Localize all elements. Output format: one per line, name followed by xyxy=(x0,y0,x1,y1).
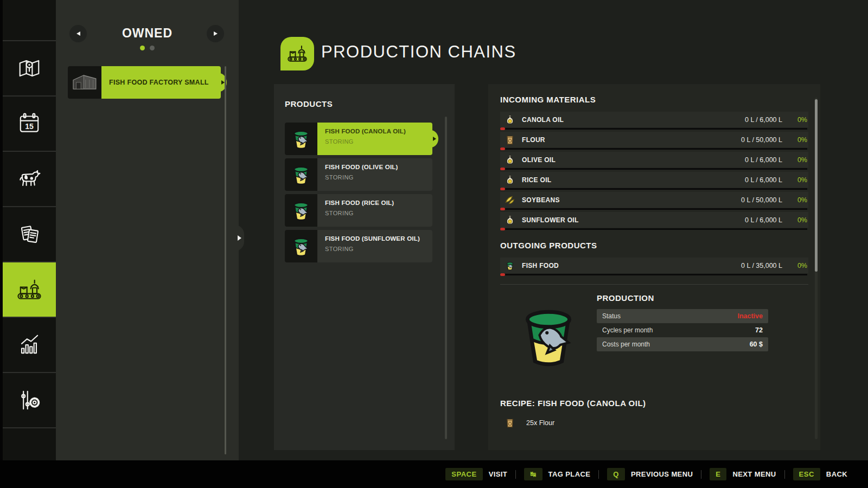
panel-expander-button[interactable] xyxy=(235,225,244,251)
arrow-right-icon xyxy=(238,235,241,241)
product-item[interactable]: FISH FOOD (RICE OIL) STORING xyxy=(285,194,432,227)
product-status: STORING xyxy=(325,174,426,181)
material-label: CANOLA OIL xyxy=(522,116,564,124)
material-progress-marker xyxy=(500,147,505,150)
sidebar-item-production-chains[interactable] xyxy=(3,261,56,317)
material-progress-bar xyxy=(500,228,807,230)
product-list: FISH FOOD (CANOLA OIL) STORING FISH FOOD… xyxy=(285,123,432,262)
hint-separator xyxy=(515,470,516,479)
key-badge: ESC xyxy=(793,468,820,480)
page-dot xyxy=(150,46,155,50)
material-progress-bar xyxy=(500,168,807,170)
material-fill-percent: 0% xyxy=(782,176,807,184)
key-badge: SPACE xyxy=(445,468,482,480)
main-menu-sidebar: 15 xyxy=(0,0,56,469)
material-fill-percent: 0% xyxy=(782,216,807,224)
key-hint[interactable]: E NEXT MENU xyxy=(710,468,776,480)
product-label: FISH FOOD (RICE OIL) xyxy=(325,200,426,206)
product-status: STORING xyxy=(325,246,426,252)
material-row: RICE OIL 0 L / 6,000 L 0% xyxy=(500,172,808,188)
material-row: FLOUR 0 L / 50,000 L 0% xyxy=(500,132,808,147)
owned-factory-item[interactable]: FISH FOOD FACTORY SMALL xyxy=(68,66,221,99)
page-header-icon-badge xyxy=(280,37,314,70)
material-row: SOYBEANS 0 L / 50,000 L 0% xyxy=(500,192,808,208)
calendar-icon: 15 xyxy=(15,109,44,138)
material-fill-percent: 0% xyxy=(782,116,807,124)
key-hint[interactable]: SPACE VISIT xyxy=(445,468,507,480)
material-icon xyxy=(505,215,515,226)
key-hint[interactable]: Q PREVIOUS MENU xyxy=(607,468,693,480)
key-badge: ↹ xyxy=(524,468,542,480)
material-progress-marker xyxy=(500,208,505,210)
hint-separator xyxy=(701,470,701,479)
recipe-item: 25x Flour xyxy=(500,418,808,428)
svg-text:15: 15 xyxy=(25,122,34,131)
material-icon xyxy=(505,260,515,271)
material-label: RICE OIL xyxy=(522,176,551,184)
recipe-title: RECIPE: FISH FOOD (CANOLA OIL) xyxy=(500,399,808,408)
product-label: FISH FOOD (SUNFLOWER OIL) xyxy=(325,235,426,242)
product-status: STORING xyxy=(325,210,426,216)
material-row: SUNFLOWER OIL 0 L / 6,000 L 0% xyxy=(500,212,808,228)
fish-food-bucket-icon xyxy=(285,194,317,227)
material-amount: 0 L / 50,000 L xyxy=(741,196,782,204)
products-scrollbar[interactable] xyxy=(445,117,447,439)
sidebar-item-settings[interactable] xyxy=(3,372,56,427)
material-label: SUNFLOWER OIL xyxy=(522,216,579,224)
material-progress-marker xyxy=(500,188,505,190)
products-title: PRODUCTS xyxy=(285,99,444,108)
material-icon xyxy=(505,134,515,145)
sidebar-item-statistics[interactable] xyxy=(3,317,56,372)
factory-thumbnail xyxy=(68,66,101,99)
section-divider xyxy=(500,284,808,285)
key-hint[interactable]: ESC BACK xyxy=(793,468,847,480)
product-item[interactable]: FISH FOOD (OLIVE OIL) STORING xyxy=(285,158,432,191)
key-hints-bar: SPACE VISIT ↹ TAG PLACE Q PREVIOUS MENU … xyxy=(0,460,868,488)
product-label: FISH FOOD (CANOLA OIL) xyxy=(325,128,426,134)
material-icon xyxy=(505,195,515,206)
product-item[interactable]: FISH FOOD (SUNFLOWER OIL) STORING xyxy=(285,230,432,262)
material-label: OLIVE OIL xyxy=(522,156,556,164)
key-badge: Q xyxy=(607,468,625,480)
production-row-value: Inactive xyxy=(737,312,763,320)
sidebar-item-contracts[interactable] xyxy=(3,206,56,261)
outgoing-products-title: OUTGOING PRODUCTS xyxy=(500,241,808,250)
owned-next-button[interactable] xyxy=(207,25,224,42)
material-progress-marker xyxy=(500,273,505,276)
sidebar-item-calendar[interactable]: 15 xyxy=(3,95,56,151)
key-hint[interactable]: ↹ TAG PLACE xyxy=(524,468,590,480)
production-row-label: Cycles per month xyxy=(602,326,653,334)
material-progress-bar xyxy=(500,128,807,130)
owned-page-dots xyxy=(56,46,239,50)
key-hint-label: BACK xyxy=(826,470,847,478)
selected-arrow-icon xyxy=(431,130,438,147)
sidebar-item-animals[interactable] xyxy=(3,151,56,206)
page-dot xyxy=(140,46,145,50)
production-row-value: 60 $ xyxy=(750,341,763,348)
outgoing-products-list: FISH FOOD 0 L / 35,000 L 0% xyxy=(500,258,808,273)
production-section: PRODUCTION Status Inactive Cycles per mo… xyxy=(500,292,808,373)
production-chains-icon xyxy=(15,275,44,304)
fish-food-bucket-image xyxy=(500,292,597,373)
key-hint-label: PREVIOUS MENU xyxy=(631,470,693,478)
production-title: PRODUCTION xyxy=(597,293,768,303)
owned-list: FISH FOOD FACTORY SMALL xyxy=(68,66,221,102)
key-hint-label: NEXT MENU xyxy=(732,470,776,478)
material-label: FLOUR xyxy=(522,136,545,144)
sidebar-item-map[interactable] xyxy=(3,40,56,95)
material-amount: 0 L / 6,000 L xyxy=(745,156,782,164)
material-row: OLIVE OIL 0 L / 6,000 L 0% xyxy=(500,152,808,168)
key-hint-label: TAG PLACE xyxy=(548,470,591,478)
production-row-label: Status xyxy=(602,312,621,320)
hint-separator xyxy=(784,470,785,479)
flour-sack-icon xyxy=(505,418,515,428)
product-item[interactable]: FISH FOOD (CANOLA OIL) STORING xyxy=(285,123,432,155)
owned-scrollbar[interactable] xyxy=(225,66,226,454)
material-amount: 0 L / 6,000 L xyxy=(745,176,782,184)
material-progress-bar xyxy=(500,188,807,190)
material-row: CANOLA OIL 0 L / 6,000 L 0% xyxy=(500,112,808,127)
production-table: Status Inactive Cycles per month 72 Cost… xyxy=(597,309,768,351)
detail-scrollbar-thumb[interactable] xyxy=(815,99,818,272)
material-fill-percent: 0% xyxy=(782,262,807,269)
key-badge: E xyxy=(710,468,726,480)
